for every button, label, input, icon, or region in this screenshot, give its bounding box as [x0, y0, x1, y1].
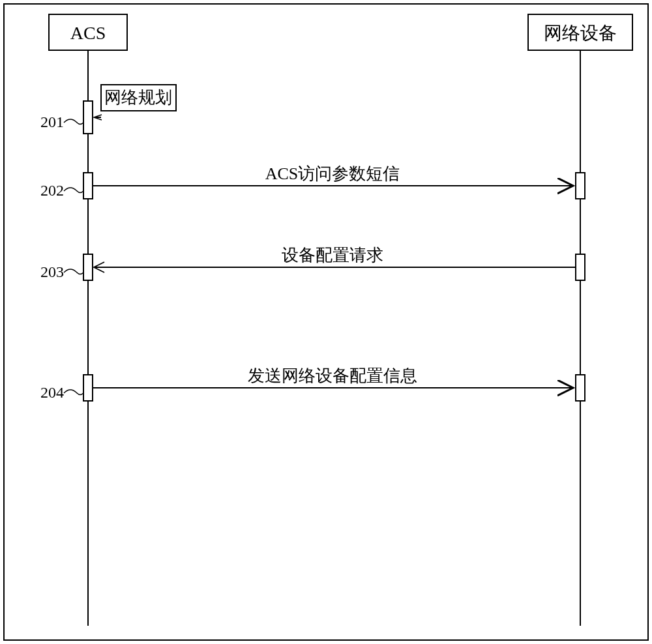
step-201-label: 网络规划	[104, 88, 172, 107]
step-201-num: 201	[40, 113, 64, 130]
step-203-label: 设备配置请求	[282, 246, 383, 265]
step-204: 发送网络设备配置信息 204	[40, 366, 585, 401]
participant-acs-label: ACS	[70, 23, 106, 43]
svg-rect-13	[576, 375, 585, 401]
step-204-label: 发送网络设备配置信息	[248, 366, 417, 385]
step-203: 设备配置请求 203	[40, 246, 585, 280]
step-204-num: 204	[40, 384, 64, 401]
participant-device-label: 网络设备	[544, 23, 617, 43]
svg-rect-5	[83, 173, 93, 199]
step-202-label: ACS访问参数短信	[265, 164, 400, 183]
svg-rect-6	[576, 173, 585, 199]
step-203-num: 203	[40, 263, 64, 280]
svg-rect-2	[83, 101, 93, 134]
sequence-diagram: ACS 网络设备 网络规划 201 ACS访问参数短信 202	[0, 0, 652, 644]
participant-device: 网络设备	[528, 14, 632, 50]
svg-rect-9	[576, 254, 585, 280]
svg-rect-12	[83, 375, 93, 401]
step-202: ACS访问参数短信 202	[40, 164, 585, 199]
participant-acs: ACS	[49, 14, 127, 50]
step-201: 网络规划 201	[40, 85, 176, 134]
step-202-num: 202	[40, 182, 64, 199]
svg-rect-8	[83, 254, 93, 280]
